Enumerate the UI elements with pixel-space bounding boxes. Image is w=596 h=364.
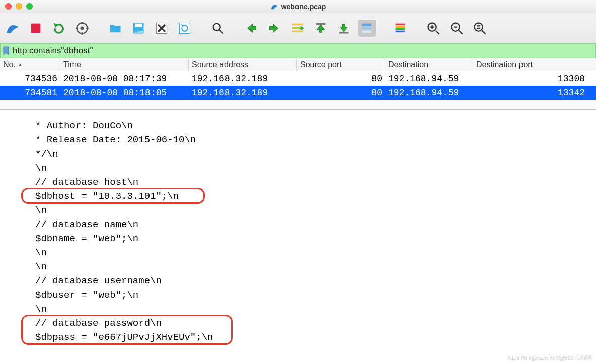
cell: 80 [297,71,385,86]
go-first-packet-button[interactable] [312,20,329,37]
detail-line[interactable]: // database password\n [24,316,596,330]
zoom-in-button[interactable] [425,20,442,37]
svg-line-36 [482,30,486,34]
svg-point-2 [81,26,84,30]
cell: 192.168.32.189 [189,86,297,100]
zoom-reset-button[interactable] [471,20,488,37]
colorize-button[interactable] [392,20,409,37]
display-filter-input[interactable]: http contains"dbhost" [12,46,93,56]
detail-line[interactable]: // database username\n [24,274,596,288]
svg-rect-22 [362,27,372,29]
cell: 192.168.32.189 [189,71,297,86]
auto-scroll-button[interactable] [358,20,376,37]
filename-label: webone.pcap [281,3,326,11]
column-time-label: Time [63,60,81,69]
column-src-label: Source address [192,60,248,69]
svg-rect-26 [396,28,405,30]
cell: 192.168.94.59 [385,71,473,86]
window-controls [5,3,33,10]
table-row[interactable]: 7345812018-08-08 08:18:05192.168.32.1898… [0,86,596,100]
main-toolbar: 01010 [0,13,596,43]
cell: 2018-08-08 08:18:05 [60,86,189,100]
minimize-window-button[interactable] [16,3,22,10]
close-window-button[interactable] [5,3,12,10]
svg-line-33 [459,30,463,34]
column-destination[interactable]: Destination [385,58,473,71]
svg-rect-27 [396,30,405,32]
detail-line[interactable]: $dbpass = "e667jUPvJjXHvEUv";\n [24,330,596,344]
cell: 192.168.94.59 [385,86,473,100]
find-packet-button[interactable] [209,20,227,37]
zoom-out-button[interactable] [448,20,465,37]
packet-bytes-pane: * Author: DouCo\n * Release Date: 2015-0… [0,110,596,344]
detail-line[interactable]: * Author: DouCo\n [24,119,596,133]
go-to-packet-button[interactable] [289,20,306,37]
detail-line[interactable]: // database host\n [24,175,596,189]
display-filter-bar: http contains"dbhost" [0,43,596,58]
cell: 13342 [473,86,588,100]
svg-rect-16 [292,23,303,25]
open-file-button[interactable] [107,20,124,37]
svg-text:01010: 01010 [135,30,143,33]
save-file-button[interactable]: 01010 [130,20,147,37]
start-capture-button[interactable] [4,20,21,37]
svg-line-29 [436,30,439,34]
detail-line[interactable]: \n [24,203,596,217]
detail-line[interactable]: */\n [24,147,596,161]
window-titlebar: webone.pcap [0,0,596,13]
column-sport-label: Source port [300,60,342,69]
detail-line[interactable]: $dbuser = "web";\n [24,288,596,302]
pane-divider[interactable] [0,100,596,110]
column-time[interactable]: Time [60,58,189,71]
detail-line[interactable]: \n [24,260,596,274]
detail-line[interactable]: \n [24,161,596,175]
bookmark-filter-icon[interactable] [2,45,11,57]
column-source-port[interactable]: Source port [297,58,385,71]
sort-indicator-icon: ▲ [18,62,23,67]
packet-list: 7345362018-08-08 08:17:39192.168.32.1898… [0,71,596,100]
stop-capture-button[interactable] [27,20,44,37]
detail-line[interactable]: * Release Date: 2015-06-10\n [24,133,596,147]
cell: 2018-08-08 08:17:39 [60,71,189,86]
svg-point-14 [213,23,220,30]
restart-capture-button[interactable] [50,20,67,37]
svg-rect-23 [362,30,372,33]
svg-rect-18 [292,30,303,32]
svg-rect-24 [396,23,405,25]
window-title: webone.pcap [0,3,596,11]
go-last-packet-button[interactable] [335,20,352,37]
svg-rect-13 [180,23,190,33]
svg-rect-25 [396,26,405,28]
table-row[interactable]: 7345362018-08-08 08:17:39192.168.32.1898… [0,71,596,86]
column-no-label: No. [3,60,16,69]
column-source-address[interactable]: Source address [189,58,297,71]
capture-options-button[interactable] [73,20,91,37]
go-forward-button[interactable] [266,20,283,37]
svg-rect-21 [362,23,372,26]
detail-line[interactable]: // database name\n [24,217,596,232]
maximize-window-button[interactable] [26,3,33,10]
cell: 734536 [0,71,60,86]
svg-rect-8 [135,23,142,27]
column-dport-label: Destination port [476,60,533,69]
column-no[interactable]: No.▲ [0,58,60,71]
cell: 13308 [473,71,588,86]
column-dest-label: Destination [388,60,428,69]
detail-line[interactable]: $dbname = "web";\n [24,232,596,246]
svg-line-15 [220,30,224,33]
go-back-button[interactable] [243,20,260,37]
detail-line[interactable]: \n [24,246,596,260]
cell: 734581 [0,86,60,100]
wireshark-icon [270,3,278,11]
detail-line[interactable]: \n [24,302,596,316]
detail-line[interactable]: $dbhost = "10.3.3.101";\n [24,189,596,203]
watermark-text: https://blog.csdn.net/@51CTO博客 [507,354,593,362]
column-destination-port[interactable]: Destination port [473,58,588,71]
svg-rect-0 [31,23,41,33]
svg-point-35 [475,23,483,31]
reload-file-button[interactable] [176,20,193,37]
cell: 80 [297,86,385,100]
close-file-button[interactable] [153,20,170,37]
packet-list-header: No.▲ Time Source address Source port Des… [0,58,596,71]
